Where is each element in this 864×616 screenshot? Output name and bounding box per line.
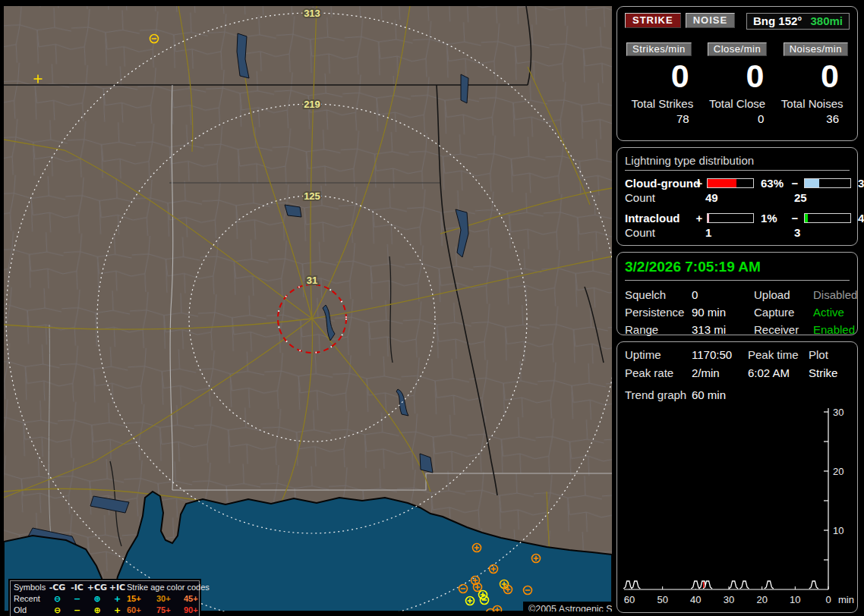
legend-symbol-pos-cg: ⊕ (87, 593, 108, 605)
total-noises-value: 36 (774, 112, 850, 125)
symbols-legend: Symbols -CG -IC +CG +IC Strike age color… (10, 580, 200, 616)
range-value: 313 mi (692, 323, 754, 336)
copyright-text: ©2005 Astrogenic Systems (528, 604, 612, 611)
total-close-label: Total Close (700, 97, 775, 110)
upload-status: Disabled (813, 288, 857, 301)
plus-sign: + (692, 177, 707, 190)
legend-age-code: 15+ (127, 593, 156, 605)
distribution-title: Lightning type distribution (625, 154, 850, 171)
minus-sign: − (786, 177, 804, 190)
strike-button[interactable]: STRIKE (625, 13, 681, 28)
legend-symbol-neg-cg: ⊖ (47, 605, 68, 616)
total-close-value: 0 (700, 112, 775, 125)
svg-text:0: 0 (825, 594, 831, 605)
ic-plus-count: 1 (692, 226, 786, 239)
plot-value: Strike (809, 366, 850, 379)
legend-row-name: Recent (14, 593, 47, 605)
ic-minus-pct: 4% (854, 212, 864, 225)
cg-plus-count: 49 (692, 191, 786, 204)
legend-col-neg-cg: -CG (47, 582, 68, 593)
plus-sign: + (692, 212, 707, 225)
legend-header-row: Symbols -CG -IC +CG +IC Strike age color… (14, 582, 199, 593)
noise-button[interactable]: NOISE (686, 13, 735, 28)
persistence-label: Persistence (625, 306, 692, 319)
trend-graph-label: Trend graph (625, 388, 692, 401)
status-panel: 3/2/2026 7:05:19 AM Squelch 0 Upload Dis… (616, 252, 858, 335)
svg-text:31: 31 (307, 275, 317, 286)
legend-age-code: 30+ (156, 593, 184, 605)
total-noises-label: Total Noises (774, 97, 850, 110)
cg-plus-pct: 63% (757, 177, 786, 190)
legend-col-neg-ic: -IC (68, 582, 87, 593)
ic-plus-bar (707, 213, 754, 223)
legend-symbol-neg-ic: − (68, 605, 87, 616)
receiver-status: Enabled (813, 323, 857, 336)
strikes-per-min-value: 0 (625, 60, 700, 93)
bearing-range-display: Bng 152° 380mi (746, 13, 850, 30)
lightning-map[interactable]: 31321912531 ©2005 Astrogenic Systems Sym… (4, 6, 612, 611)
squelch-label: Squelch (625, 288, 692, 301)
svg-text:219: 219 (304, 99, 320, 110)
uptime-label: Uptime (625, 348, 692, 361)
legend-age-code: 90+ (184, 605, 210, 616)
legend-age-code: 60+ (127, 605, 156, 616)
legend-symbol-neg-cg: ⊖ (47, 593, 68, 605)
receiver-label: Receiver (754, 323, 813, 336)
bearing-label: Bng 152° (753, 14, 802, 27)
legend-age-code: 75+ (156, 605, 184, 616)
noises-per-min-label: Noises/min (784, 42, 848, 56)
ic-minus-bar (804, 213, 851, 223)
counters-panel: STRIKE NOISE Bng 152° 380mi Strikes/min … (616, 6, 858, 141)
legend-col-pos-ic: +IC (108, 582, 127, 593)
count-label: Count (625, 226, 692, 239)
svg-text:20: 20 (833, 466, 844, 477)
cloud-ground-label: Cloud-ground (625, 177, 692, 190)
svg-text:125: 125 (304, 190, 320, 202)
upload-label: Upload (754, 288, 813, 301)
svg-text:40: 40 (690, 594, 701, 605)
map-canvas: 31321912531 ©2005 Astrogenic Systems (4, 6, 612, 611)
total-strikes-value: 78 (625, 112, 700, 125)
datetime-display: 3/2/2026 7:05:19 AM (625, 259, 850, 281)
count-label: Count (625, 191, 692, 204)
range-label: Range (625, 323, 692, 336)
svg-text:30: 30 (833, 407, 844, 418)
peak-time-value: 6:02 AM (748, 366, 809, 379)
persistence-value: 90 min (692, 306, 754, 319)
total-strikes-label: Total Strikes (625, 97, 700, 110)
legend-symbol-pos-ic: + (108, 605, 127, 616)
squelch-value: 0 (692, 288, 754, 301)
intracloud-label: Intracloud (625, 212, 692, 225)
bearing-distance: 380mi (810, 14, 843, 27)
cg-minus-pct: 32% (854, 177, 864, 190)
peak-rate-label: Peak rate (625, 366, 692, 379)
cg-plus-bar (707, 178, 754, 188)
ic-plus-pct: 1% (757, 212, 786, 225)
strikes-per-min-label: Strikes/min (626, 42, 692, 56)
legend-age-header: Strike age color codes (127, 582, 210, 593)
legend-age-code: 45+ (184, 593, 210, 605)
plot-label: Plot (809, 348, 850, 361)
svg-text:60: 60 (624, 594, 635, 605)
svg-text:20: 20 (756, 594, 767, 605)
cg-minus-count: 25 (786, 191, 854, 204)
trend-graph: 1020306050403020100min (617, 406, 859, 612)
ic-minus-count: 3 (786, 226, 854, 239)
capture-status: Active (813, 306, 857, 319)
copyright-bar: ©2005 Astrogenic Systems (523, 602, 612, 611)
svg-text:10: 10 (790, 594, 800, 605)
svg-text:30: 30 (724, 594, 734, 605)
cg-minus-bar (804, 178, 851, 188)
minus-sign: − (786, 212, 804, 225)
peak-rate-value: 2/min (692, 366, 748, 379)
legend-symbol-neg-ic: − (68, 593, 87, 605)
trend-graph-value: 60 min (692, 388, 748, 401)
noises-per-min-value: 0 (774, 60, 850, 93)
svg-text:313: 313 (304, 8, 320, 19)
svg-text:min: min (838, 594, 854, 605)
legend-row-name: Old (14, 605, 47, 616)
legend-row: Recent⊖−⊕+15+30+45+ (14, 593, 199, 605)
legend-col-pos-cg: +CG (87, 582, 108, 593)
capture-label: Capture (754, 306, 813, 319)
legend-symbols-header: Symbols (14, 582, 47, 593)
